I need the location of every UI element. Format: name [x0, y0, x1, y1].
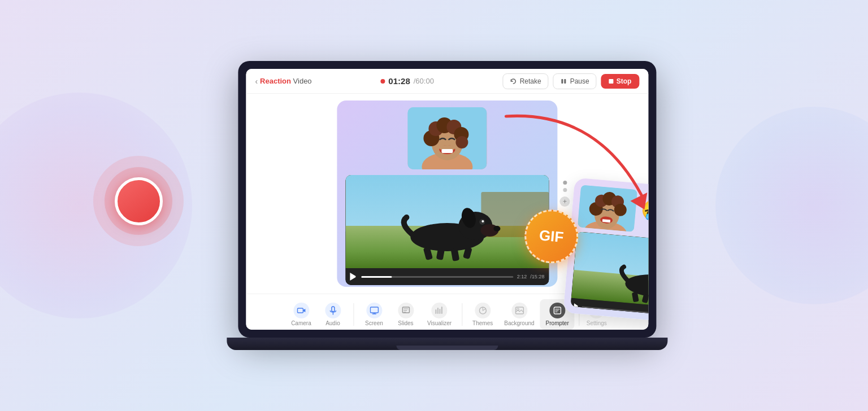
- top-bar: ‹ Reaction Video 01:28 /60:00 Retake: [246, 69, 648, 94]
- audio-label: Audio: [326, 320, 340, 326]
- result-play-icon: [574, 303, 580, 309]
- pause-label: Pause: [570, 77, 589, 85]
- video-time-total: /15:28: [530, 274, 544, 279]
- webcam-preview: [407, 107, 487, 169]
- record-button-area: [93, 156, 184, 246]
- camera-icon: [293, 303, 309, 318]
- svg-rect-65: [437, 308, 439, 314]
- record-outer-ring: [93, 156, 184, 246]
- back-arrow-icon: ‹: [255, 77, 258, 86]
- themes-icon: [475, 303, 491, 318]
- stop-label: Stop: [617, 77, 632, 85]
- video-progress-fill: [361, 276, 392, 278]
- bg-circle-right: [715, 107, 868, 304]
- video-progress-bar[interactable]: [361, 276, 513, 278]
- svg-rect-1: [565, 79, 566, 84]
- laptop-body: ‹ Reaction Video 01:28 /60:00 Retake: [238, 61, 656, 338]
- toolbar-screen[interactable]: Screen: [358, 299, 390, 330]
- stop-button[interactable]: Stop: [601, 74, 640, 89]
- result-emoji: 🤣: [639, 196, 648, 225]
- timer-current: 01:28: [388, 76, 410, 86]
- toolbar-slides[interactable]: Slides: [390, 299, 422, 330]
- prompter-label: Prompter: [546, 320, 569, 326]
- separator-1: [353, 303, 354, 326]
- video-time-current: 2:12: [517, 274, 527, 279]
- timer-section: 01:28 /60:00: [380, 76, 434, 86]
- screen-label: Screen: [365, 320, 383, 326]
- audio-icon: [325, 303, 341, 318]
- themes-label: Themes: [472, 320, 493, 326]
- retake-button[interactable]: Retake: [503, 73, 549, 89]
- svg-rect-14: [441, 149, 453, 153]
- result-webcam-small: [578, 185, 637, 232]
- svg-rect-57: [370, 307, 378, 313]
- svg-point-21: [493, 226, 500, 231]
- laptop-base: [227, 338, 667, 350]
- laptop-screen: ‹ Reaction Video 01:28 /60:00 Retake: [246, 69, 648, 330]
- main-content: 2:12 /15:28 + GIF: [246, 94, 648, 294]
- svg-rect-69: [515, 307, 523, 314]
- side-dots: +: [559, 181, 570, 207]
- play-button[interactable]: [350, 273, 358, 281]
- record-button[interactable]: [115, 177, 163, 225]
- webcam-person-svg: [407, 107, 487, 169]
- separator-2: [462, 303, 462, 326]
- toolbar-audio[interactable]: Audio: [317, 299, 349, 330]
- camera-label: Camera: [291, 320, 311, 326]
- result-person-svg: [578, 185, 637, 232]
- pause-button[interactable]: Pause: [553, 73, 597, 89]
- result-video-small: 2:12 /15:28: [571, 231, 649, 321]
- svg-rect-0: [562, 79, 563, 84]
- screen-icon: [366, 303, 382, 318]
- controls-right: Retake Pause Stop: [503, 73, 640, 89]
- svg-point-11: [455, 136, 468, 148]
- pause-icon: [561, 78, 567, 85]
- slides-icon: [398, 303, 414, 318]
- background-icon: [511, 303, 527, 318]
- svg-rect-64: [436, 309, 437, 314]
- toolbar-group-1: Camera Audio: [283, 299, 351, 330]
- prompter-icon: [549, 303, 565, 318]
- toolbar-themes[interactable]: Themes: [467, 299, 498, 330]
- back-navigation[interactable]: ‹ Reaction Video: [255, 77, 311, 86]
- visualizer-icon: [432, 303, 448, 318]
- svg-rect-60: [402, 307, 409, 313]
- retake-icon: [510, 78, 517, 85]
- visualizer-label: Visualizer: [427, 320, 452, 326]
- svg-rect-55: [331, 307, 334, 312]
- toolbar-visualizer[interactable]: Visualizer: [422, 299, 457, 330]
- recording-indicator: [380, 79, 385, 84]
- nav-video-label: Video: [291, 77, 312, 85]
- nav-reaction: Reaction Video: [260, 77, 312, 85]
- video-scene: [345, 175, 549, 268]
- reaction-panel: 2:12 /15:28 + GIF: [337, 100, 557, 287]
- background-label: Background: [504, 320, 534, 326]
- dog-video-svg: [345, 175, 549, 268]
- dot-1[interactable]: [563, 181, 567, 185]
- slides-label: Slides: [398, 320, 413, 326]
- toolbar-group-3: Themes Background Prompter: [465, 299, 577, 330]
- svg-rect-54: [297, 308, 303, 313]
- toolbar-background[interactable]: Background: [498, 299, 540, 330]
- reaction-result-card: GIF: [563, 178, 649, 329]
- video-controls[interactable]: 2:12 /15:28: [345, 268, 549, 285]
- video-player[interactable]: 2:12 /15:28: [345, 175, 549, 285]
- nav-reaction-label: Reaction: [260, 77, 291, 85]
- toolbar-group-2: Screen Slides Visualizer: [356, 299, 459, 330]
- add-layout-button[interactable]: +: [559, 196, 570, 207]
- svg-rect-67: [441, 307, 442, 314]
- svg-rect-66: [440, 309, 441, 314]
- timer-total: /60:00: [414, 77, 434, 85]
- toolbar-camera[interactable]: Camera: [285, 299, 317, 330]
- settings-label: Settings: [587, 320, 607, 326]
- record-middle-ring: [105, 167, 172, 235]
- retake-label: Retake: [520, 77, 541, 85]
- gif-label: GIF: [539, 226, 565, 246]
- stop-icon: [609, 79, 614, 84]
- svg-point-23: [481, 220, 484, 222]
- dot-2[interactable]: [563, 188, 567, 192]
- laptop-container: ‹ Reaction Video 01:28 /60:00 Retake: [227, 61, 667, 350]
